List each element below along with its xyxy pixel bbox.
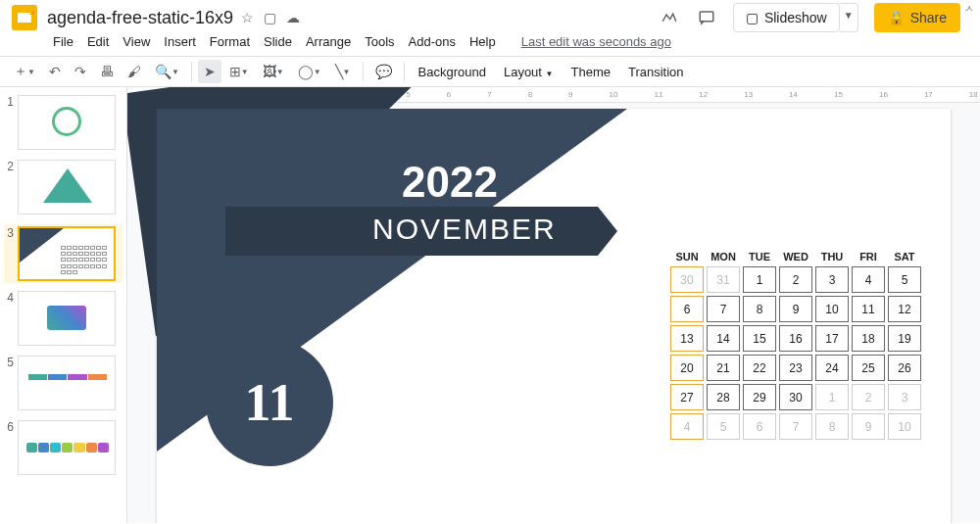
thumb-slide-5[interactable] <box>18 356 116 410</box>
cal-cell[interactable]: 23 <box>779 355 812 381</box>
cal-cell[interactable]: 30 <box>779 384 812 410</box>
print-button[interactable]: 🖶 <box>94 60 120 83</box>
cal-cell[interactable]: 21 <box>707 355 740 381</box>
star-icon[interactable]: ☆ <box>241 10 254 25</box>
cal-cell[interactable]: 18 <box>852 325 885 352</box>
menu-arrange[interactable]: Arrange <box>300 31 357 52</box>
layout-button[interactable]: Layout ▼ <box>496 61 562 83</box>
comments-icon[interactable] <box>696 7 717 28</box>
cal-day-header: SAT <box>888 251 921 262</box>
cloud-icon[interactable]: ☁ <box>286 10 300 25</box>
collapse-toolbar-icon[interactable]: ㅅ <box>964 2 974 16</box>
year-text[interactable]: 2022 <box>402 158 498 207</box>
menu-slide[interactable]: Slide <box>258 31 298 52</box>
cal-cell[interactable]: 20 <box>670 355 704 381</box>
cal-cell[interactable]: 6 <box>670 296 704 322</box>
cal-cell[interactable]: 25 <box>852 355 885 381</box>
select-tool[interactable]: ➤ <box>198 60 221 83</box>
cal-cell[interactable]: 12 <box>888 296 921 322</box>
cal-cell[interactable]: 3 <box>815 266 849 293</box>
shape-tool[interactable]: ◯▼ <box>292 60 327 83</box>
menu-format[interactable]: Format <box>204 31 256 52</box>
cal-cell[interactable]: 7 <box>707 296 740 322</box>
cal-cell[interactable]: 1 <box>815 384 849 410</box>
activity-icon[interactable] <box>659 7 680 28</box>
cal-cell[interactable]: 27 <box>670 384 704 410</box>
cal-cell[interactable]: 10 <box>815 296 849 322</box>
menu-help[interactable]: Help <box>464 31 502 52</box>
cal-cell[interactable]: 7 <box>779 413 812 440</box>
slideshow-button[interactable]: ▢Slideshow <box>733 3 840 32</box>
month-number-circle[interactable]: 11 <box>206 339 333 466</box>
month-text[interactable]: NOVEMBER <box>372 213 557 246</box>
cal-cell[interactable]: 31 <box>707 266 740 293</box>
cal-cell[interactable]: 26 <box>888 355 921 381</box>
new-slide-button[interactable]: ＋▼ <box>8 59 41 84</box>
zoom-button[interactable]: 🔍▼ <box>149 60 185 83</box>
menu-tools[interactable]: Tools <box>359 31 400 52</box>
cal-cell[interactable]: 8 <box>743 296 776 322</box>
thumb-number: 1 <box>4 95 18 150</box>
cal-cell[interactable]: 5 <box>707 413 740 440</box>
cal-cell[interactable]: 9 <box>852 413 885 440</box>
thumb-slide-4[interactable] <box>18 291 116 346</box>
comment-tool[interactable]: 💬 <box>369 60 398 83</box>
cal-cell[interactable]: 24 <box>815 355 849 381</box>
menu-edit[interactable]: Edit <box>81 31 115 52</box>
thumb-slide-2[interactable] <box>18 160 116 214</box>
cal-cell[interactable]: 15 <box>743 325 776 352</box>
undo-button[interactable]: ↶ <box>43 60 67 83</box>
doc-title[interactable]: agenda-free-static-16x9 <box>47 8 233 28</box>
cal-cell[interactable]: 4 <box>670 413 704 440</box>
thumb-slide-3[interactable] <box>18 226 116 281</box>
thumb-slide-6[interactable] <box>18 420 116 475</box>
cal-cell[interactable]: 13 <box>670 325 704 352</box>
move-icon[interactable]: ▢ <box>264 10 276 25</box>
cal-cell[interactable]: 3 <box>888 384 921 410</box>
cal-cell[interactable]: 1 <box>743 266 776 293</box>
line-tool[interactable]: ╲▼ <box>329 60 357 83</box>
cal-cell[interactable]: 11 <box>852 296 885 322</box>
theme-button[interactable]: Theme <box>564 61 618 83</box>
background-button[interactable]: Background <box>411 61 494 83</box>
menu-file[interactable]: File <box>47 31 79 52</box>
thumb-number: 3 <box>4 226 18 281</box>
thumb-slide-1[interactable] <box>18 95 116 150</box>
cal-cell[interactable]: 16 <box>779 325 812 352</box>
menu-view[interactable]: View <box>117 31 156 52</box>
cal-cell[interactable]: 8 <box>815 413 849 440</box>
cal-cell[interactable]: 22 <box>743 355 776 381</box>
cal-cell[interactable]: 30 <box>670 266 704 293</box>
cal-cell[interactable]: 29 <box>743 384 776 410</box>
slide-canvas[interactable]: 2022 NOVEMBER 11 SUNMONTUEWEDTHUFRISAT 3… <box>157 109 951 523</box>
menu-add-ons[interactable]: Add-ons <box>403 31 462 52</box>
calendar-table[interactable]: SUNMONTUEWEDTHUFRISAT 303112345678910111… <box>670 251 921 443</box>
cal-cell[interactable]: 10 <box>888 413 921 440</box>
thumb-number: 5 <box>4 356 18 410</box>
textbox-tool[interactable]: ⊞▼ <box>223 60 255 83</box>
svg-rect-0 <box>700 12 713 22</box>
cal-cell[interactable]: 2 <box>779 266 812 293</box>
cal-cell[interactable]: 28 <box>707 384 740 410</box>
slides-logo[interactable] <box>12 5 37 30</box>
last-edit-link[interactable]: Last edit was seconds ago <box>515 31 677 52</box>
menu-insert[interactable]: Insert <box>158 31 202 52</box>
transition-button[interactable]: Transition <box>620 61 692 83</box>
cal-cell[interactable]: 19 <box>888 325 921 352</box>
cal-cell[interactable]: 2 <box>852 384 885 410</box>
thumb-number: 6 <box>4 420 18 475</box>
cal-cell[interactable]: 9 <box>779 296 812 322</box>
paint-format-button[interactable]: 🖌 <box>122 60 147 83</box>
cal-cell[interactable]: 4 <box>852 266 885 293</box>
cal-cell[interactable]: 14 <box>707 325 740 352</box>
thumb-number: 2 <box>4 160 18 214</box>
image-tool[interactable]: 🖼▼ <box>257 60 290 83</box>
share-button[interactable]: 🔒Share <box>874 3 960 32</box>
cal-cell[interactable]: 6 <box>743 413 776 440</box>
cal-cell[interactable]: 5 <box>888 266 921 293</box>
thumb-number: 4 <box>4 291 18 346</box>
cal-day-header: MON <box>707 251 740 262</box>
slideshow-dropdown[interactable]: ▼ <box>840 3 858 32</box>
redo-button[interactable]: ↷ <box>69 60 92 83</box>
cal-cell[interactable]: 17 <box>815 325 849 352</box>
